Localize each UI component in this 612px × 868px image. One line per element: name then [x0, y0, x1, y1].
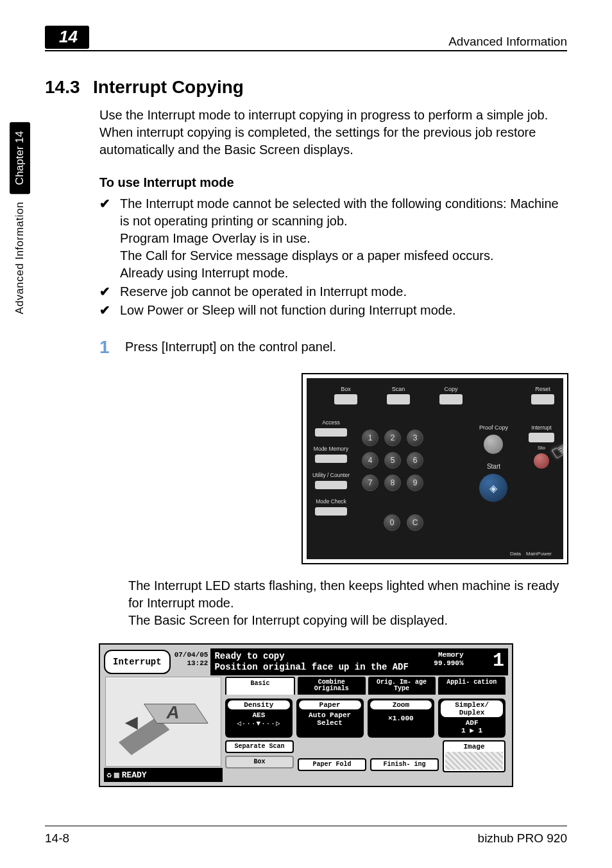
proof-copy-label: Proof Copy — [479, 424, 508, 431]
check-item: ✔ Low Power or Sleep will not function d… — [99, 302, 567, 319]
mode-check-label: Mode Check — [309, 498, 353, 505]
access-label: Access — [309, 419, 353, 426]
data-indicator: Data — [510, 551, 521, 557]
checkmark-icon: ✔ — [99, 302, 120, 319]
reset-button[interactable]: Reset — [531, 386, 554, 404]
density-bar-icon: ◁···▼···▷ — [228, 719, 290, 727]
ready-msg-2: Position original face up in the ADF — [214, 662, 408, 673]
key-8[interactable]: 8 — [384, 474, 401, 491]
key-6[interactable]: 6 — [407, 452, 423, 469]
simplex-duplex-setting[interactable]: Simplex/ Duplex ADF 1 ▶ 1 — [438, 699, 506, 738]
image-preview-box[interactable]: Image — [443, 740, 506, 772]
checkmark-icon: ✔ — [99, 283, 120, 300]
interrupt-button[interactable] — [529, 433, 554, 442]
access-button[interactable] — [315, 428, 347, 437]
interrupt-label: Interrupt — [525, 424, 558, 431]
proof-copy-button[interactable] — [484, 435, 503, 454]
stop-button[interactable] — [534, 453, 549, 469]
interrupt-mode-tag: Interrupt — [104, 650, 171, 674]
mainpower-indicator: MainPower — [526, 551, 552, 557]
tab-orig-image-type[interactable]: Orig. Im- age Type — [368, 677, 436, 695]
page-number: 14-8 — [45, 831, 69, 846]
box-button[interactable]: Box — [331, 386, 361, 404]
start-label: Start — [479, 463, 508, 470]
tab-basic[interactable]: Basic — [225, 677, 295, 695]
control-panel-figure: Box Scan Copy Reset Access Mode — [302, 373, 568, 564]
box-softkey[interactable]: Box — [225, 756, 294, 768]
key-2[interactable]: 2 — [384, 430, 401, 446]
tab-application[interactable]: Appli- cation — [438, 677, 506, 695]
subheading: To use Interrupt mode — [99, 175, 567, 190]
memory-value: 99.990% — [434, 659, 463, 668]
preview-image: A — [105, 677, 221, 767]
separate-scan-button[interactable]: Separate Scan — [225, 740, 294, 753]
copy-button[interactable]: Copy — [436, 386, 466, 404]
mode-memory-button[interactable] — [315, 455, 347, 463]
header-title: Advanced Information — [448, 35, 567, 49]
chapter-badge: 14 — [45, 26, 89, 49]
printer-icon: ▦ — [114, 770, 119, 780]
page-header: 14 Advanced Information — [45, 26, 567, 51]
side-chapter: Chapter 14 — [10, 122, 30, 194]
checkmark-icon: ✔ — [99, 195, 120, 282]
utility-counter-label: Utility / Counter — [309, 472, 353, 478]
paper-fold-button[interactable]: Paper Fold — [298, 758, 366, 771]
check-text: The Interrupt mode cannot be selected wi… — [120, 195, 567, 282]
step-result: The Interrupt LED starts flashing, then … — [128, 577, 567, 629]
tab-combine-originals[interactable]: Combine Originals — [298, 677, 365, 695]
density-setting[interactable]: Density AES ◁···▼···▷ — [225, 699, 293, 738]
check-text: Reserve job cannot be operated in Interr… — [120, 283, 407, 300]
page-footer: 14-8 bizhub PRO 920 — [45, 826, 567, 846]
key-5[interactable]: 5 — [384, 452, 401, 469]
basic-screen-figure: Interrupt 07/04/05 13:22 Ready to copy P… — [99, 643, 513, 787]
svg-text:A: A — [166, 702, 179, 722]
key-7[interactable]: 7 — [362, 474, 378, 491]
key-c[interactable]: C — [407, 514, 423, 531]
paper-setting[interactable]: Paper Auto Paper Select — [296, 699, 364, 738]
utility-counter-button[interactable] — [315, 481, 347, 489]
key-3[interactable]: 3 — [407, 430, 423, 446]
zoom-setting[interactable]: Zoom ×1.000 — [368, 699, 435, 738]
memory-label: Memory — [434, 651, 463, 659]
section-heading: 14.3Interrupt Copying — [45, 77, 567, 98]
checklist: ✔ The Interrupt mode cannot be selected … — [99, 195, 567, 319]
product-name: bizhub PRO 920 — [478, 831, 567, 846]
image-placeholder-icon — [445, 752, 503, 770]
side-label: Advanced Information — [13, 202, 26, 314]
check-text: Low Power or Sleep will not function dur… — [120, 302, 456, 319]
section-title-text: Interrupt Copying — [93, 77, 244, 97]
finishing-button[interactable]: Finish- ing — [370, 758, 439, 771]
check-item: ✔ Reserve job cannot be operated in Inte… — [99, 283, 567, 300]
step-text: Press [Interrupt] on the control panel. — [125, 337, 336, 358]
recycle-icon: ♻ — [106, 770, 112, 780]
intro-paragraph: Use the Interrupt mode to interrupt copy… — [99, 107, 567, 159]
key-9[interactable]: 9 — [407, 474, 423, 491]
key-0[interactable]: 0 — [384, 514, 400, 531]
step-row: 1 Press [Interrupt] on the control panel… — [99, 337, 567, 358]
step-number: 1 — [99, 337, 125, 358]
numeric-keypad: 1 2 3 4 5 6 7 8 9 — [362, 430, 423, 491]
scan-button[interactable]: Scan — [384, 386, 413, 404]
section-number: 14.3 — [45, 77, 93, 98]
datetime: 07/04/05 13:22 — [172, 648, 211, 675]
check-item: ✔ The Interrupt mode cannot be selected … — [99, 195, 567, 282]
ready-status: ♻ ▦ READY — [104, 768, 223, 782]
mode-memory-label: Mode Memory — [309, 446, 353, 452]
key-1[interactable]: 1 — [362, 430, 378, 446]
ready-msg-1: Ready to copy — [214, 651, 408, 662]
side-tab: Chapter 14 Advanced Information — [10, 122, 30, 315]
mode-check-button[interactable] — [315, 507, 347, 516]
key-4[interactable]: 4 — [362, 452, 378, 469]
start-button[interactable]: ◈ — [479, 474, 507, 502]
copy-count: 1 — [489, 651, 504, 673]
